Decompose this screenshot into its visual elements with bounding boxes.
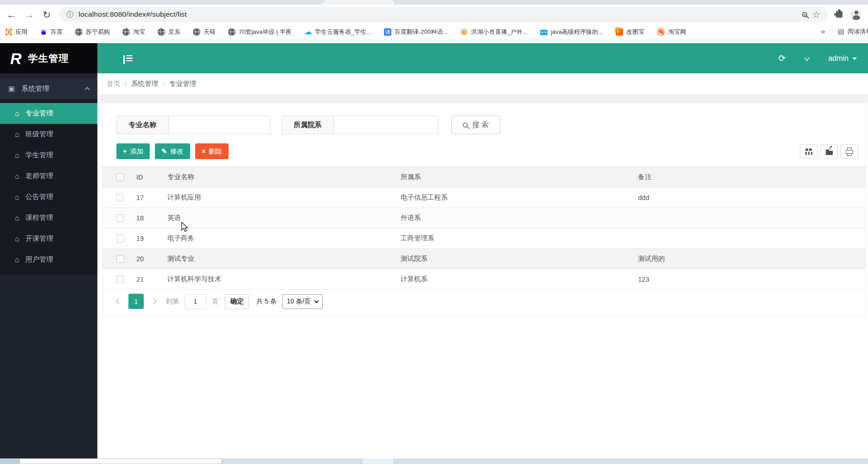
sidebar-item-class-management[interactable]: ⌂ 班级管理 [0,124,97,145]
page-size-select[interactable]: 10 条/页 [282,294,323,309]
scrollbar-thumb[interactable] [19,458,222,464]
screen: ← → ↻ ⓘ localhost:8080/index#/subject/li… [0,0,868,464]
print-button[interactable] [841,144,858,159]
next-page-icon[interactable] [151,298,157,304]
reading-list-icon[interactable]: ▤ [838,27,844,36]
prev-page-icon[interactable] [115,298,121,304]
zoom-out-icon[interactable] [802,12,807,17]
breadcrumb: 首页 / 系统管理 / 专业管理 [97,73,868,94]
horizontal-scrollbar [0,458,868,464]
id-card-icon: ▣ [8,84,15,93]
breadcrumb-level1[interactable]: 系统管理 [131,79,158,88]
page-1-button[interactable]: 1 [128,294,144,309]
browser-tab-strip [0,0,868,5]
app-logo[interactable]: R 学生管理 [0,43,97,73]
extensions-icon[interactable] [836,11,842,18]
table-toolbar [800,144,858,159]
bookmark-item[interactable]: ☁ 学生云服务器_学生... [304,28,371,36]
reload-icon[interactable]: ↻ [43,10,51,19]
bookmark-item[interactable]: java高级程序猿的... [540,28,603,36]
row-checkbox[interactable] [116,235,124,242]
major-name-input[interactable] [169,116,270,134]
home-icon: ⌂ [15,152,19,159]
reading-list-label[interactable]: 阅读清单 [848,27,868,36]
sidebar-item-course-management[interactable]: ⌂ 课程管理 [0,207,97,228]
breadcrumb-home[interactable]: 首页 [107,79,120,88]
export-button[interactable] [820,144,838,159]
edit-button[interactable]: ✎ 修改 [155,143,190,159]
bookmark-item[interactable]: 天猫 [193,28,216,36]
goto-suffix: 页 [212,297,218,306]
bookmark-item[interactable]: 洪湖小肖直播_户外... [460,28,528,36]
department-group: 所属院系 [281,116,438,134]
bookmark-item[interactable]: 百度 [40,28,63,36]
bookmark-item[interactable]: 淘宝 [122,28,145,36]
avatar-favicon [460,28,468,36]
orange-square-icon [616,28,623,36]
goto-page-input[interactable] [185,294,206,309]
row-checkbox[interactable] [116,214,124,222]
home-icon: ⌂ [15,131,19,138]
sidebar-toggle-icon[interactable] [123,54,133,63]
globe-icon [158,28,165,36]
select-all-checkbox[interactable] [116,174,124,181]
department-input[interactable] [334,116,438,134]
bookmark-apps[interactable]: 应用 [6,28,27,36]
table-row[interactable]: 18 英语 外语系 [102,208,866,228]
bilibili-tv-icon [540,30,548,35]
bookmark-item[interactable]: 70套java毕设 | 半夜 [228,28,292,36]
bookmark-item[interactable]: 译 百度翻译-200种语... [384,28,448,36]
back-icon[interactable]: ← [6,10,16,19]
chevron-up-icon [84,87,89,92]
table-row[interactable]: 20 测试专业 测试院系 测试用的 [102,249,866,269]
sidebar-item-user-management[interactable]: ⌂ 用户管理 [0,249,97,270]
columns-icon [805,148,812,155]
sidebar-item-system-management[interactable]: ▣ 系统管理 [0,78,97,99]
bookmark-item[interactable]: 改图宝 [616,28,645,36]
goto-prefix: 到第 [166,297,179,306]
export-icon [826,151,833,155]
col-header-name[interactable]: 专业名称 [167,173,401,181]
col-header-dept[interactable]: 所属系 [401,173,638,181]
row-checkbox[interactable] [116,194,124,201]
table-row[interactable]: 19 电子商务 工商管理系 [102,228,866,249]
table-row[interactable]: 17 计算机应用 电子信息工程系 ddd [102,187,866,208]
sidebar-item-notice-management[interactable]: ⌂ 公告管理 [0,187,97,207]
globe-icon [228,28,236,36]
url-bar[interactable]: ⓘ localhost:8080/index#/subject/list ☆ [59,7,828,22]
row-checkbox[interactable] [116,276,124,283]
sidebar-item-major-management[interactable]: ⌂ 专业管理 [0,103,97,124]
site-info-icon[interactable]: ⓘ [67,10,74,19]
col-header-note[interactable]: 备注 [638,173,866,181]
sidebar-item-course-offering-management[interactable]: ⌂ 开课管理 [0,228,97,249]
columns-toggle-button[interactable] [800,144,817,159]
forward-icon[interactable]: → [25,10,34,19]
divider [832,27,832,36]
add-button[interactable]: + 添加 [116,143,150,159]
browser-profile-avatar[interactable] [851,9,862,20]
refresh-icon[interactable]: ⟳ [779,54,786,63]
more-bookmarks-icon[interactable]: » [821,27,825,36]
bookmark-item[interactable]: 京东 [158,28,180,36]
logo-letter: R [10,51,22,66]
bookmark-item[interactable]: 淘 淘宝网 [657,28,686,36]
row-checkbox[interactable] [116,255,124,263]
bookmarks-right: » ▤ 阅读清单 [816,24,868,39]
bookmark-star-icon[interactable]: ☆ [812,9,820,20]
user-menu[interactable]: admin [828,54,857,63]
confirm-button[interactable]: 确定 [225,294,249,309]
fullscreen-icon[interactable]: ↔ ↔ [802,54,811,63]
sidebar-item-student-management[interactable]: ⌂ 学生管理 [0,145,97,166]
delete-button[interactable]: × 删除 [195,143,229,159]
search-button[interactable]: 搜 索 [451,116,500,134]
col-header-id[interactable]: ID [127,174,167,181]
chevron-down-icon [314,298,319,303]
bookmark-item[interactable]: 苏宁易购 [75,28,110,36]
url-text[interactable]: localhost:8080/index#/subject/list [79,10,797,19]
content-card: 专业名称 所属院系 搜 索 + 添加 [102,103,866,316]
browser-tab[interactable] [322,0,394,5]
app-window: R 学生管理 ▣ 系统管理 ⌂ 专业管理 ⌂ 班级管理 ⌂ 学生管理 [0,43,868,458]
major-name-label: 专业名称 [117,116,169,134]
table-row[interactable]: 21 计算机科学与技术 计算机系 123 [102,269,866,290]
sidebar-item-teacher-management[interactable]: ⌂ 老师管理 [0,166,97,187]
